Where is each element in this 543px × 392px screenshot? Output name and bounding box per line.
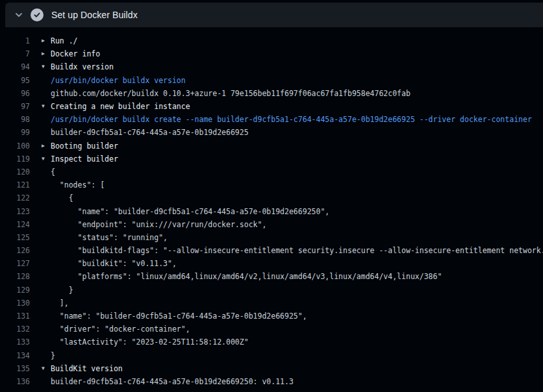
log-line: 121 "nodes": [ — [0, 178, 543, 191]
log-line: 128 "platforms": "linux/amd64,linux/amd6… — [0, 270, 543, 283]
line-text: "lastActivity": "2023-02-25T11:58:12.000… — [51, 337, 249, 347]
line-number[interactable]: 120 — [0, 167, 30, 177]
log-line: 98 /usr/bin/docker buildx create --name … — [0, 113, 543, 126]
line-number[interactable]: 98 — [0, 115, 30, 124]
line-number[interactable]: 123 — [0, 207, 30, 216]
log-line: 126 "buildkitd-flags": "--allow-insecure… — [0, 244, 543, 257]
line-text: "driver": "docker-container", — [51, 325, 190, 334]
step-title: Set up Docker Buildx — [51, 10, 138, 20]
line-number[interactable]: 125 — [0, 233, 30, 242]
line-number[interactable]: 132 — [0, 325, 30, 334]
line-number[interactable]: 7 — [0, 49, 30, 58]
line-text: } — [51, 351, 55, 360]
log-group-line: 1 ▶ Run ./ — [0, 34, 543, 47]
line-text: { — [51, 167, 55, 177]
line-text: } — [51, 286, 73, 295]
line-number[interactable]: 129 — [0, 286, 30, 295]
log-line: 136 builder-d9cfb5a1-c764-445a-a57e-0b19… — [0, 375, 543, 388]
line-number[interactable]: 127 — [0, 259, 30, 268]
line-text: { — [51, 193, 73, 202]
line-number[interactable]: 97 — [0, 102, 30, 111]
check-circle-icon — [31, 8, 44, 21]
log-group-line: 7 ▶ Docker info — [0, 47, 543, 60]
log-line: 123 "name": "builder-d9cfb5a1-c764-445a-… — [0, 204, 543, 217]
log-line: 130 ], — [0, 297, 543, 310]
group-title[interactable]: Run ./ — [51, 36, 78, 45]
group-title[interactable]: BuildKit version — [51, 364, 123, 373]
line-text: "platforms": "linux/amd64,linux/amd64/v2… — [51, 272, 442, 281]
group-title[interactable]: Creating a new builder instance — [51, 102, 190, 111]
log-line: 129 } — [0, 284, 543, 297]
log-viewer: 1 ▶ Run ./ 7 ▶ Docker info 94 ▼ Buildx v… — [0, 27, 543, 388]
line-number[interactable]: 95 — [0, 76, 30, 85]
line-text: "nodes": [ — [51, 180, 105, 190]
line-number[interactable]: 122 — [0, 193, 30, 202]
expand-group-icon[interactable]: ▶ — [42, 51, 49, 56]
line-number[interactable]: 96 — [0, 89, 30, 98]
expand-group-icon[interactable]: ▶ — [42, 38, 49, 43]
expand-group-icon[interactable]: ▶ — [42, 143, 49, 149]
line-text: /usr/bin/docker buildx create --name bui… — [51, 115, 532, 124]
chevron-down-icon[interactable] — [14, 10, 23, 19]
line-number[interactable]: 100 — [0, 141, 30, 151]
line-text: /usr/bin/docker buildx version — [51, 76, 186, 85]
line-text: "buildkitd-flags": "--allow-insecure-ent… — [51, 246, 543, 255]
group-title[interactable]: Booting builder — [51, 141, 118, 151]
log-line: 132 "driver": "docker-container", — [0, 323, 543, 336]
log-line: 125 "status": "running", — [0, 231, 543, 244]
line-text: "endpoint": "unix:///var/run/docker.sock… — [51, 220, 266, 229]
line-number[interactable]: 134 — [0, 351, 30, 360]
line-number[interactable]: 124 — [0, 220, 30, 229]
log-line: 131 "name": "builder-d9cfb5a1-c764-445a-… — [0, 310, 543, 323]
line-number[interactable]: 136 — [0, 377, 30, 386]
log-line: 124 "endpoint": "unix:///var/run/docker.… — [0, 218, 543, 231]
log-line: 133 "lastActivity": "2023-02-25T11:58:12… — [0, 336, 543, 349]
log-group-line: 94 ▼ Buildx version — [0, 60, 543, 73]
line-number[interactable]: 94 — [0, 62, 30, 71]
log-line: 96 github.com/docker/buildx 0.10.3+azure… — [0, 87, 543, 100]
group-title[interactable]: Inspect builder — [51, 154, 118, 164]
group-title[interactable]: Buildx version — [51, 62, 114, 71]
log-group-line: 100 ▶ Booting builder — [0, 140, 543, 153]
line-text: "status": "running", — [51, 233, 168, 242]
line-number[interactable]: 135 — [0, 364, 30, 373]
log-line: 134 } — [0, 349, 543, 362]
line-number[interactable]: 133 — [0, 337, 30, 347]
collapse-group-icon[interactable]: ▼ — [42, 366, 49, 371]
line-text: github.com/docker/buildx 0.10.3+azure-1 … — [51, 89, 410, 98]
log-group-line: 135 ▼ BuildKit version — [0, 362, 543, 375]
log-group-line: 97 ▼ Creating a new builder instance — [0, 100, 543, 113]
log-line: 122 { — [0, 191, 543, 204]
line-number[interactable]: 130 — [0, 299, 30, 308]
line-number[interactable]: 99 — [0, 128, 30, 137]
collapse-group-icon[interactable]: ▼ — [42, 156, 49, 162]
collapse-group-icon[interactable]: ▼ — [42, 64, 49, 69]
line-number[interactable]: 119 — [0, 154, 30, 164]
line-text: "buildkit": "v0.11.3", — [51, 259, 177, 268]
line-text: "name": "builder-d9cfb5a1-c764-445a-a57e… — [51, 312, 307, 321]
line-number[interactable]: 121 — [0, 180, 30, 190]
log-line: 99 builder-d9cfb5a1-c764-445a-a57e-0b19d… — [0, 126, 543, 139]
line-number[interactable]: 1 — [0, 36, 30, 45]
line-number[interactable]: 131 — [0, 312, 30, 321]
line-text: "name": "builder-d9cfb5a1-c764-445a-a57e… — [51, 207, 329, 216]
line-number[interactable]: 126 — [0, 246, 30, 255]
log-line: 127 "buildkit": "v0.11.3", — [0, 257, 543, 270]
log-line: 120 { — [0, 165, 543, 178]
line-text: builder-d9cfb5a1-c764-445a-a57e-0b19d2e6… — [51, 377, 294, 386]
group-title[interactable]: Docker info — [51, 49, 100, 58]
log-line: 95 /usr/bin/docker buildx version — [0, 74, 543, 87]
log-group-line: 119 ▼ Inspect builder — [0, 153, 543, 165]
line-text: builder-d9cfb5a1-c764-445a-a57e-0b19d2e6… — [51, 128, 249, 137]
line-number[interactable]: 128 — [0, 272, 30, 281]
collapse-group-icon[interactable]: ▼ — [42, 104, 49, 109]
line-text: ], — [51, 299, 69, 308]
step-header[interactable]: Set up Docker Buildx — [5, 3, 543, 27]
